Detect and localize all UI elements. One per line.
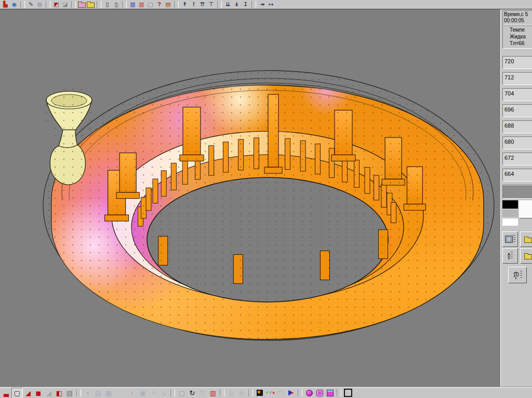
wedge-red-icon[interactable]: ◢ bbox=[23, 388, 33, 398]
doc-new-icon[interactable]: ▯ bbox=[103, 1, 112, 8]
funnel-gray-icon: ▽ bbox=[200, 390, 205, 396]
tick-marks bbox=[520, 271, 522, 279]
record-red-icon[interactable]: ◩ bbox=[52, 1, 61, 8]
cube-magenta-icon[interactable] bbox=[325, 388, 335, 398]
zero-center-button[interactable]: 0 bbox=[502, 248, 518, 264]
grid-fine-icon[interactable]: ▤ bbox=[93, 388, 103, 398]
half-cylinder-icon: ◗ bbox=[130, 390, 135, 396]
play-fast-icon: ↠ bbox=[260, 2, 264, 7]
window-gray-icon[interactable]: ▢ bbox=[146, 1, 155, 8]
save-palette-button[interactable] bbox=[520, 248, 532, 264]
grid-coarse-icon[interactable]: ▦ bbox=[103, 388, 114, 398]
3d-viewport[interactable] bbox=[0, 9, 500, 387]
curve-edit-icon[interactable]: ✎ bbox=[26, 1, 35, 8]
step-up-icon[interactable]: ↾ bbox=[189, 1, 198, 8]
half-cylinder-icon[interactable]: ◗ bbox=[127, 388, 138, 398]
black-swatch[interactable] bbox=[502, 200, 518, 209]
doc-copy-icon[interactable]: ▯ bbox=[112, 1, 121, 8]
step-next-icon: ↡ bbox=[234, 2, 239, 7]
doc-copy-icon: ▯ bbox=[114, 2, 117, 7]
view-sphere-icon[interactable]: ◉ bbox=[10, 1, 19, 8]
rotate-icon[interactable]: ↻ bbox=[187, 388, 197, 398]
spiral-icon[interactable]: ◎ bbox=[226, 388, 236, 398]
scale-value-label: 720 bbox=[504, 58, 514, 64]
cube-wire-icon[interactable]: ▢ bbox=[11, 388, 23, 398]
toolbar-separator bbox=[46, 1, 50, 8]
scale-value-label: 680 bbox=[504, 139, 514, 145]
step-first-icon[interactable]: ↟ bbox=[180, 1, 189, 8]
spiral-2-icon[interactable]: ◎ bbox=[236, 388, 247, 398]
record-gray-icon[interactable]: ◪ bbox=[61, 1, 70, 8]
ball-magenta-icon[interactable] bbox=[304, 388, 314, 398]
step-next-icon[interactable]: ↡ bbox=[232, 1, 241, 8]
fragment-icon[interactable]: ▙ bbox=[1, 1, 10, 8]
columns-red-icon[interactable]: ▥ bbox=[208, 388, 218, 398]
scale-value-cell[interactable]: 696 bbox=[502, 104, 532, 117]
rotate-icon: ↻ bbox=[190, 390, 195, 396]
axes-check-icon bbox=[265, 391, 275, 395]
folder-open-icon bbox=[87, 3, 95, 8]
spiral-icon: ◎ bbox=[228, 390, 234, 396]
help-icon[interactable]: ? bbox=[155, 1, 164, 8]
scale-value-label: 712 bbox=[504, 74, 514, 80]
funnel-gray-icon[interactable]: ▽ bbox=[197, 388, 208, 398]
chart-red-icon[interactable]: ▥ bbox=[137, 1, 146, 8]
white-swatch[interactable] bbox=[502, 218, 518, 226]
scale-value-cell[interactable]: 720 bbox=[502, 56, 532, 69]
fit-frame-icon[interactable] bbox=[343, 388, 353, 398]
cube-hatch-icon[interactable]: ▨ bbox=[64, 388, 75, 398]
folder-import-icon[interactable] bbox=[77, 1, 86, 8]
legend-info-box: Темпе Жидка Тл=66 bbox=[502, 25, 532, 49]
section-red-icon[interactable]: ▃ bbox=[1, 388, 11, 398]
load-palette-button[interactable] bbox=[520, 231, 532, 247]
scale-value-cell[interactable]: 704 bbox=[502, 88, 532, 101]
toolbar-separator bbox=[170, 389, 175, 396]
toolbar-separator bbox=[337, 389, 341, 396]
palette-preview[interactable] bbox=[519, 200, 532, 218]
wedge-gray-icon[interactable]: ◢ bbox=[44, 388, 54, 398]
cube-redblack-icon[interactable]: ◧ bbox=[54, 388, 64, 398]
gear-magenta-icon[interactable] bbox=[314, 388, 325, 398]
scale-value-cell[interactable]: 712 bbox=[502, 72, 532, 85]
interval-spinner[interactable]: 10 bbox=[508, 267, 527, 283]
frame-in-frame-icon[interactable]: ▣ bbox=[138, 388, 148, 398]
toolbar-separator bbox=[248, 389, 253, 396]
step-prev-icon[interactable]: ⇈ bbox=[198, 1, 207, 8]
cube-outline-icon[interactable]: ▢ bbox=[177, 388, 187, 398]
scale-value-cell[interactable]: 672 bbox=[502, 153, 532, 166]
cube-small-gray-icon[interactable]: ▪ bbox=[83, 388, 93, 398]
legend-line: Жидка bbox=[510, 33, 532, 40]
ball-magenta-icon bbox=[306, 390, 313, 396]
arrow-ne-icon[interactable]: ↗ bbox=[148, 388, 158, 398]
cube-black-orange-icon[interactable] bbox=[255, 388, 265, 398]
arrow-se-icon[interactable]: ↘ bbox=[158, 388, 169, 398]
time-setup-icon[interactable]: ⊤ bbox=[207, 1, 216, 8]
dome-gray-icon[interactable]: ◠ bbox=[275, 388, 286, 398]
play-fast-icon[interactable]: ↠ bbox=[258, 1, 267, 8]
pan-zero-icon: 0 bbox=[508, 252, 510, 260]
spinner-value: 10 bbox=[513, 273, 518, 277]
curve-disabled-icon[interactable]: ▦ bbox=[35, 1, 44, 8]
step-down-icon[interactable]: ⇊ bbox=[223, 1, 232, 8]
step-last-icon[interactable]: ↧ bbox=[241, 1, 250, 8]
zero-scale-button[interactable]: 0 bbox=[502, 231, 518, 247]
arrow-bluered-icon[interactable] bbox=[286, 388, 296, 398]
arrow-bluered-icon bbox=[288, 390, 294, 396]
chart-blue-icon[interactable]: ▥ bbox=[128, 1, 137, 8]
scale-value-cell[interactable]: 688 bbox=[502, 120, 532, 133]
curve-disabled-icon: ▦ bbox=[37, 2, 42, 7]
manual-icon[interactable]: ▤ bbox=[164, 1, 172, 8]
legend-line: Тл=66 bbox=[510, 40, 532, 47]
cube-red-icon[interactable]: ◼ bbox=[33, 388, 44, 398]
scale-value-cell[interactable]: 680 bbox=[502, 136, 532, 149]
below-range-cell[interactable] bbox=[502, 186, 532, 199]
play-step-icon[interactable]: ↦ bbox=[267, 1, 275, 8]
axes-check-icon[interactable] bbox=[265, 388, 275, 398]
gray-swatch[interactable] bbox=[502, 210, 518, 217]
step-last-icon: ↧ bbox=[243, 2, 248, 7]
spiral-2-icon: ◎ bbox=[238, 390, 244, 396]
scale-value-cell[interactable]: 664 bbox=[502, 169, 532, 182]
dome-gray-icon: ◠ bbox=[277, 390, 283, 396]
zero-label: 0 bbox=[508, 255, 510, 257]
folder-open-icon[interactable] bbox=[86, 1, 95, 8]
